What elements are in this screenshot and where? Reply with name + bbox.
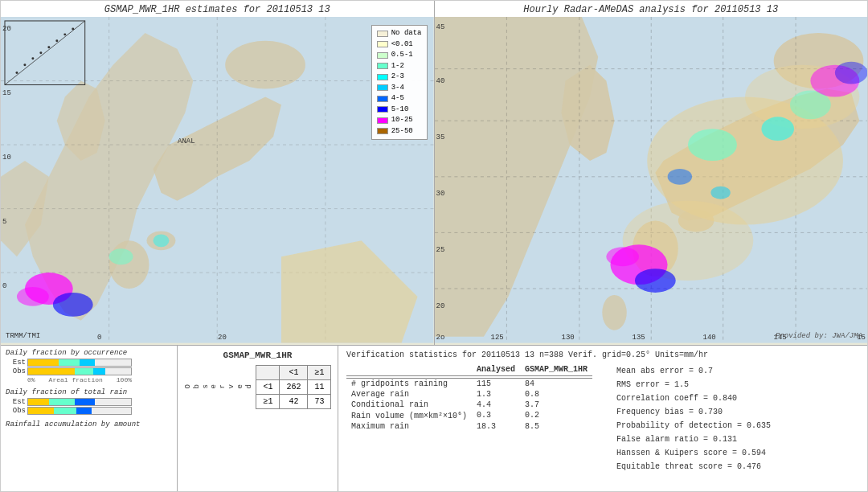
svg-point-57 <box>606 247 639 266</box>
stats-estimated-2: 3.7 <box>520 400 592 410</box>
svg-point-7 <box>225 41 305 89</box>
bar-fill-obs-2-yellow <box>28 408 54 414</box>
stats-row-1: Average rain 1.3 0.8 <box>346 389 592 400</box>
bar-fill-est-2-blue <box>75 399 96 405</box>
left-map-source: TRMM/TMI <box>6 332 40 340</box>
cont-cell-a: 262 <box>280 379 308 394</box>
metric-7: Equitable threat score = 0.476 <box>616 460 771 474</box>
cont-cell-d: 73 <box>308 394 331 408</box>
legend-swatch-4-5 <box>377 96 388 102</box>
right-axis-x-125: 125 <box>491 334 504 342</box>
stats-row-2: Conditional rain 4.4 3.7 <box>346 400 592 410</box>
legend-label-1-2: 1-2 <box>391 61 404 72</box>
svg-point-59 <box>710 187 730 199</box>
left-axis-y-10: 10 <box>2 154 11 162</box>
stats-label-1: Average rain <box>346 389 472 400</box>
svg-point-19 <box>153 234 169 247</box>
bar-track-est-2 <box>27 398 132 406</box>
chart-title-3: Rainfall accumulation by amount <box>6 420 172 428</box>
left-axis-y-0: 0 <box>2 282 6 290</box>
cont-row-ge1: ≥1 42 73 <box>256 394 331 408</box>
legend-swatch-1-2 <box>377 63 388 69</box>
svg-point-28 <box>63 33 66 35</box>
svg-point-38 <box>602 295 626 330</box>
legend-lt001: <0.01 <box>377 39 422 51</box>
legend-label-3-4: 3-4 <box>391 83 404 94</box>
legend-label-10-25: 10-25 <box>391 115 413 126</box>
bar-fill-obs-1-cyan <box>75 368 93 375</box>
right-map-svg <box>435 17 868 343</box>
legend-swatch-nodata <box>377 31 388 37</box>
stats-row-4: Maximum rain 18.3 8.5 <box>346 421 592 432</box>
legend-4-5: 4-5 <box>377 93 422 105</box>
metric-0: Mean abs error = 0.7 <box>616 364 771 378</box>
svg-point-53 <box>761 117 794 141</box>
cont-header-row: <1 ≥1 <box>256 365 331 379</box>
svg-point-56 <box>634 269 675 293</box>
stats-col-analysed: Analysed <box>472 364 520 376</box>
right-axis-y-25: 25 <box>436 246 445 254</box>
cont-row-label-ge1: ≥1 <box>256 394 280 408</box>
bar-track-obs-2 <box>27 407 132 415</box>
legend-5-10: 5-10 <box>377 105 422 116</box>
svg-point-25 <box>39 51 42 54</box>
left-map-panel: GSMAP_MWR_1HR estimates for 20110513 13 <box>1 1 435 345</box>
contingency-table-wrapper: Observed <1 ≥1 <1 262 11 ≥1 42 <box>184 365 331 409</box>
svg-point-27 <box>55 39 58 42</box>
right-axis-y-45: 45 <box>436 23 445 31</box>
chart-title-1: Daily fraction by occurrence <box>6 349 172 357</box>
stats-table: Analysed GSMAP_MWR_1HR # gridpoints rain… <box>346 364 592 432</box>
bar-row-obs-1: Obs <box>6 367 172 375</box>
stats-estimated-3: 0.2 <box>520 410 592 421</box>
cont-row-label-lt1: <1 <box>256 379 280 394</box>
svg-point-58 <box>667 169 691 185</box>
legend-1-2: 1-2 <box>377 61 422 72</box>
legend-swatch-25-50 <box>377 128 388 134</box>
left-axis-y-15: 15 <box>2 89 11 97</box>
legend-label-nodata: No data <box>391 28 422 39</box>
bar-row-est-2: Est <box>6 398 172 406</box>
bar-axis-end: 100% <box>117 376 132 383</box>
stats-row-0: # gridpoints raining 115 84 <box>346 378 592 389</box>
right-axis-y-40: 40 <box>436 77 445 85</box>
bottom-row: Daily fraction by occurrence Est Obs <box>1 346 867 491</box>
bar-row-est-1: Est <box>6 359 172 367</box>
left-map-title: GSMAP_MWR_1HR estimates for 20110513 13 <box>1 1 434 17</box>
metric-6: Hanssen & Kuipers score = 0.594 <box>616 446 771 460</box>
svg-point-23 <box>23 64 26 66</box>
observed-vertical-label: Observed <box>184 384 253 388</box>
stats-analysed-4: 18.3 <box>472 421 520 432</box>
left-axis-y-5: 5 <box>2 218 6 226</box>
stats-col-estimated: GSMAP_MWR_1HR <box>520 364 592 376</box>
stats-cols: Analysed GSMAP_MWR_1HR # gridpoints rain… <box>346 364 859 474</box>
svg-point-22 <box>15 72 18 74</box>
cont-col-ge1: ≥1 <box>308 365 331 379</box>
right-map-watermark: Provided by: JWA/JMA <box>776 332 862 340</box>
legend-label-5-10: 5-10 <box>391 105 409 116</box>
bar-axis-mid: Areal fraction <box>49 376 103 383</box>
legend-25-50: 25-50 <box>377 126 422 137</box>
stats-row-3: Rain volume (mm×km²×10⁶) 0.3 0.2 <box>346 410 592 421</box>
svg-point-4 <box>109 240 149 289</box>
top-row: GSMAP_MWR_1HR estimates for 20110513 13 <box>1 1 867 346</box>
metric-4: Probability of detection = 0.635 <box>616 419 771 433</box>
legend-10-25: 10-25 <box>377 115 422 126</box>
contingency-title: GSMAP_MWR_1HR <box>184 351 331 360</box>
legend-2-3: 2-3 <box>377 72 422 83</box>
right-map-title: Hourly Radar-AMeDAS analysis for 2011051… <box>435 1 868 17</box>
stats-analysed-1: 1.3 <box>472 389 520 400</box>
cont-row-lt1: <1 262 11 <box>256 379 331 394</box>
stats-table-wrapper: Analysed GSMAP_MWR_1HR # gridpoints rain… <box>346 364 592 474</box>
stats-col-metric <box>346 364 472 376</box>
stats-analysed-2: 4.4 <box>472 400 520 410</box>
svg-point-16 <box>53 293 93 317</box>
right-map-canvas: 45 40 35 30 25 20 125 130 135 140 145 15… <box>435 17 868 343</box>
bar-axis-1: 0% Areal fraction 100% <box>27 376 132 383</box>
chart-section-2: Daily fraction of total rain Est Obs <box>6 388 172 416</box>
stats-estimated-1: 0.8 <box>520 389 592 400</box>
legend-05-1: 0.5-1 <box>377 50 422 61</box>
legend-label-05-1: 0.5-1 <box>391 50 413 61</box>
stats-label-0: # gridpoints raining <box>346 378 472 389</box>
legend-label-4-5: 4-5 <box>391 93 404 105</box>
legend-swatch-5-10 <box>377 106 388 113</box>
